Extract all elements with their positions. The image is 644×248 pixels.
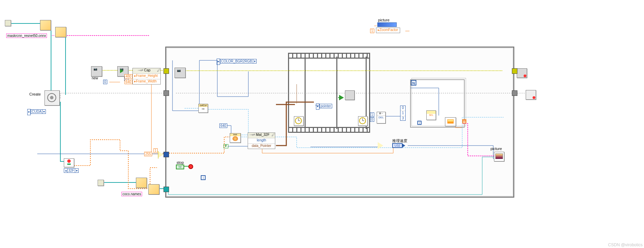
frame-width-label: Frame_Width: [136, 79, 157, 83]
mat32f-label: Mat_32F: [256, 133, 269, 137]
close-net-vi[interactable]: [526, 90, 536, 100]
array-idx-0[interactable]: 0: [370, 117, 374, 121]
readfile-subvi-1[interactable]: [136, 178, 147, 188]
cam-index-const[interactable]: 0: [103, 80, 107, 84]
tunnel-right-1: [512, 68, 517, 74]
onnx-path-constant[interactable]: maskrcnn_resnet50.onnx: [6, 33, 47, 38]
cam-new-label: new: [92, 76, 98, 80]
svg-point-1: [50, 96, 53, 99]
select-vi[interactable]: SEL: [426, 110, 436, 120]
cvtcolor-vi[interactable]: cvtCol ⇨: [198, 104, 208, 113]
datatype-32f[interactable]: ◂32F▾: [64, 168, 79, 172]
scale-const[interactable]: 255: [144, 152, 152, 156]
tick-count-2[interactable]: [358, 116, 368, 126]
tunnel-left-2: [164, 90, 169, 96]
cam-open-run: [120, 69, 123, 73]
file-path-control-2: [98, 180, 104, 186]
picture-top-label: picture: [378, 18, 389, 22]
datatype-vi[interactable]: [64, 158, 74, 167]
mat32f-property-node[interactable]: ⊸⇄ Mat_32F 🖊 length data_Pointer: [248, 132, 275, 149]
inference-speed-arrow: [403, 144, 405, 147]
close-cam-vi[interactable]: [517, 68, 527, 78]
frame-height-const[interactable]: 480: [125, 74, 132, 78]
zoomfactor-label: ZoomFactor: [379, 28, 398, 32]
picture-indicator[interactable]: [494, 152, 504, 161]
inference-speed-indicator[interactable]: U32: [392, 143, 403, 148]
pointer-label-box: ▸pointer: [316, 103, 332, 110]
picture-right-label: picture: [491, 147, 502, 151]
tunnel-left-3: [164, 152, 169, 157]
readnet-subvi[interactable]: [40, 20, 51, 30]
mat32f-length: length: [248, 138, 275, 144]
blob-vi[interactable]: blob: [230, 133, 241, 143]
zoomfactor-property[interactable]: ▸ZoomFactor: [376, 28, 400, 33]
auto-index-tunnel: [462, 119, 466, 123]
watermark: CSDN @virobotics: [608, 242, 643, 247]
cam-read-vi[interactable]: 📷: [175, 68, 186, 78]
file-path-control-1: [5, 20, 11, 26]
stop-terminal: [188, 164, 193, 169]
forward-run[interactable]: [339, 95, 344, 100]
stop-control[interactable]: TF: [176, 165, 184, 169]
false-const[interactable]: F: [224, 144, 228, 148]
array-idx-1[interactable]: 1: [370, 112, 374, 117]
forward-vi[interactable]: [345, 90, 355, 100]
cvtcolor-label: cvtCol: [199, 104, 208, 107]
readnet-subvi-2[interactable]: [55, 27, 66, 37]
divide-1-const[interactable]: 1: [153, 148, 158, 152]
cap-property-node[interactable]: ⊸⇄ Cap 🖊 ▸Frame_Height ▸Frame_Width: [132, 68, 161, 85]
inference-speed-label: 推理速度: [392, 138, 407, 143]
for-loop-n-terminal: N: [411, 80, 416, 86]
tunnel-left-1: [164, 68, 169, 74]
zoom-const[interactable]: 1: [370, 29, 374, 33]
while-loop-i: i: [201, 175, 206, 180]
cam-new-vi[interactable]: 📷: [91, 66, 102, 77]
stop-label: stop: [177, 160, 184, 165]
mat32f-data-pointer: data_Pointer: [248, 144, 275, 149]
create-label: Create: [29, 92, 41, 96]
for-loop-i-terminal: i: [417, 121, 422, 125]
build-array-const[interactable]: 0 1 3: [400, 106, 406, 121]
output-vi[interactable]: [445, 117, 456, 126]
resize-dim-const[interactable]: 640: [219, 123, 227, 128]
subtract-node[interactable]: [378, 142, 383, 149]
names-path-constant[interactable]: coco.names: [121, 192, 142, 196]
tick-count-1[interactable]: [294, 116, 304, 126]
create-session-vi[interactable]: [44, 90, 60, 106]
readfile-subvi-2[interactable]: [148, 184, 159, 195]
frame-width-const[interactable]: 640: [125, 80, 132, 84]
tunnel-left-4: [164, 187, 169, 192]
index-array-vi[interactable]: ⊞→ DEL: [377, 112, 386, 123]
frame-height-label: Frame_Height: [136, 74, 158, 78]
tunnel-right-2: [512, 90, 517, 96]
cuda-enum[interactable]: ▸CUDA▾: [27, 109, 46, 115]
color-conv-enum[interactable]: ▸COLOR_BGR2RGB▾: [217, 59, 257, 65]
picture-ref: [377, 22, 397, 27]
for-loop-shadow: [412, 78, 466, 126]
cap-label: Cap: [144, 68, 150, 72]
